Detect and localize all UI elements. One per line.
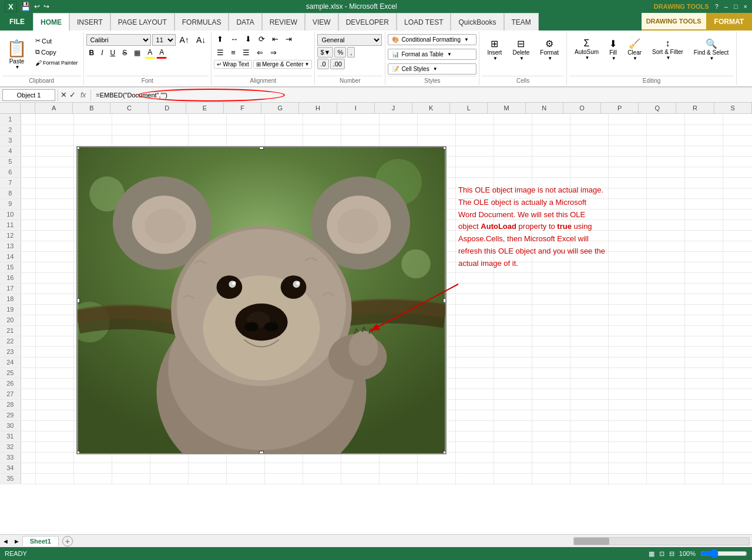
cell-R34[interactable] xyxy=(684,463,723,473)
conditional-formatting-button[interactable]: 🎨 Conditional Formatting ▼ xyxy=(388,34,476,45)
cell-R31[interactable] xyxy=(684,431,723,441)
cell-N6[interactable] xyxy=(532,167,570,177)
help-icon[interactable]: ? xyxy=(715,3,719,10)
cell-R15[interactable] xyxy=(684,262,723,272)
cell-A21[interactable] xyxy=(35,325,73,336)
cell-A7[interactable] xyxy=(35,177,73,188)
cell-P33[interactable] xyxy=(608,452,646,463)
cell-M22[interactable] xyxy=(494,336,532,346)
insert-cells-button[interactable]: ⊞ Insert ▼ xyxy=(483,35,506,73)
cell-H35[interactable] xyxy=(303,473,341,484)
cell-L18[interactable] xyxy=(455,294,494,304)
cell-S34[interactable] xyxy=(723,463,752,473)
cell-N22[interactable] xyxy=(532,336,570,346)
cell-S32[interactable] xyxy=(723,441,752,452)
cell-M19[interactable] xyxy=(494,304,532,315)
col-header-M[interactable]: M xyxy=(488,103,525,113)
cell-L3[interactable] xyxy=(455,135,494,146)
formula-input[interactable] xyxy=(93,89,750,101)
cell-H34[interactable] xyxy=(303,463,341,473)
row-number-9[interactable]: 9 xyxy=(0,198,21,209)
cell-R27[interactable] xyxy=(684,389,723,399)
cell-R3[interactable] xyxy=(684,135,723,146)
cell-I3[interactable] xyxy=(341,135,379,146)
cell-A34[interactable] xyxy=(35,463,73,473)
col-header-B[interactable]: B xyxy=(73,103,110,113)
cell-S35[interactable] xyxy=(723,473,752,484)
cell-O23[interactable] xyxy=(570,346,608,357)
row-number-33[interactable]: 33 xyxy=(0,452,21,463)
cell-P28[interactable] xyxy=(608,399,646,410)
cell-Q19[interactable] xyxy=(646,304,684,315)
cell-R33[interactable] xyxy=(684,452,723,463)
cell-R21[interactable] xyxy=(684,325,723,336)
cell-S2[interactable] xyxy=(723,124,752,135)
cell-extra-20[interactable] xyxy=(21,315,35,325)
cell-N18[interactable] xyxy=(532,294,570,304)
cell-S33[interactable] xyxy=(723,452,752,463)
cell-extra-27[interactable] xyxy=(21,389,35,399)
delete-cells-button[interactable]: ⊟ Delete ▼ xyxy=(508,35,533,73)
cell-P31[interactable] xyxy=(608,431,646,441)
cell-S8[interactable] xyxy=(723,188,752,198)
fill-color-button[interactable]: A xyxy=(145,47,155,59)
cell-O29[interactable] xyxy=(570,410,608,420)
cell-S19[interactable] xyxy=(723,304,752,315)
cell-L1[interactable] xyxy=(455,114,494,124)
clear-button[interactable]: 🧹 Clear ▼ xyxy=(623,35,646,73)
resize-handle-s[interactable] xyxy=(259,451,264,454)
sort-filter-button[interactable]: ↕ Sort & Filter ▼ xyxy=(648,35,687,73)
cancel-formula-button[interactable]: ✕ xyxy=(61,90,67,99)
cell-G1[interactable] xyxy=(264,114,303,124)
cell-N1[interactable] xyxy=(532,114,570,124)
cell-A2[interactable] xyxy=(35,124,73,135)
cell-S17[interactable] xyxy=(723,283,752,294)
cell-extra-22[interactable] xyxy=(21,336,35,346)
cell-N31[interactable] xyxy=(532,431,570,441)
cell-M34[interactable] xyxy=(494,463,532,473)
cell-P4[interactable] xyxy=(608,146,646,156)
cell-S1[interactable] xyxy=(723,114,752,124)
cell-extra-15[interactable] xyxy=(21,262,35,272)
cell-R24[interactable] xyxy=(684,357,723,367)
cell-Q30[interactable] xyxy=(646,420,684,431)
row-number-17[interactable]: 17 xyxy=(0,283,21,294)
cell-Q24[interactable] xyxy=(646,357,684,367)
cell-E2[interactable] xyxy=(188,124,226,135)
cell-L34[interactable] xyxy=(455,463,494,473)
cell-P30[interactable] xyxy=(608,420,646,431)
tab-developer[interactable]: DEVELOPER xyxy=(338,13,397,31)
cell-S7[interactable] xyxy=(723,177,752,188)
cell-P23[interactable] xyxy=(608,346,646,357)
cell-A15[interactable] xyxy=(35,262,73,272)
cell-O4[interactable] xyxy=(570,146,608,156)
cell-Q2[interactable] xyxy=(646,124,684,135)
cell-O32[interactable] xyxy=(570,441,608,452)
cell-G34[interactable] xyxy=(264,463,303,473)
cell-Q18[interactable] xyxy=(646,294,684,304)
strikethrough-button[interactable]: S xyxy=(119,48,130,58)
cell-I34[interactable] xyxy=(341,463,379,473)
cell-L24[interactable] xyxy=(455,357,494,367)
cell-E35[interactable] xyxy=(188,473,226,484)
underline-button[interactable]: U xyxy=(108,48,119,58)
cell-R12[interactable] xyxy=(684,230,723,241)
col-header-D[interactable]: D xyxy=(149,103,186,113)
cell-extra-24[interactable] xyxy=(21,357,35,367)
cell-H2[interactable] xyxy=(303,124,341,135)
font-increase-button[interactable]: A↑ xyxy=(177,34,192,46)
cell-Q29[interactable] xyxy=(646,410,684,420)
cell-N27[interactable] xyxy=(532,389,570,399)
cell-L28[interactable] xyxy=(455,399,494,410)
cell-L26[interactable] xyxy=(455,378,494,389)
cell-N23[interactable] xyxy=(532,346,570,357)
cell-extra-29[interactable] xyxy=(21,410,35,420)
cell-B3[interactable] xyxy=(73,135,112,146)
cell-Q28[interactable] xyxy=(646,399,684,410)
cell-M32[interactable] xyxy=(494,441,532,452)
cell-I2[interactable] xyxy=(341,124,379,135)
cell-S31[interactable] xyxy=(723,431,752,441)
cell-O20[interactable] xyxy=(570,315,608,325)
cell-A26[interactable] xyxy=(35,378,73,389)
cell-F34[interactable] xyxy=(226,463,264,473)
